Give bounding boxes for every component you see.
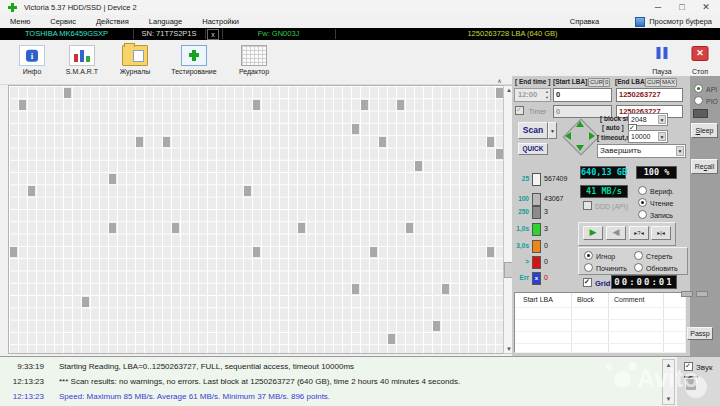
seek-end-button[interactable]: ▸|◂ [651,226,671,240]
log-line: 12:13:23Speed: Maximum 85 MB/s. Average … [0,392,655,401]
mode-write-radio[interactable]: Запись [638,210,673,219]
scanned-block [496,149,503,159]
scroll-down-icon[interactable]: ▼ [663,395,674,403]
legend-count: 3 [544,208,548,215]
end-time-spinner[interactable]: 12:00 ▲▼ [514,88,551,102]
legend-swatch [532,173,541,186]
menu-bar: МенюСервисДействияLanguageНастройки Спра… [0,15,720,28]
legend-swatch [532,206,541,219]
scanned-block [388,334,395,344]
speed-lcd: 41 MB/s [580,185,628,198]
spinner-arrows-icon[interactable]: ▲▼ [545,89,549,101]
ddd-checkbox[interactable]: DDD (API) [583,201,628,210]
step-back-button[interactable]: ◀ [606,226,626,240]
menu-item[interactable]: Language [139,17,192,26]
recall-button[interactable]: Recall [691,159,718,174]
timer-checkbox-box[interactable] [515,106,524,115]
jog-left-icon[interactable] [565,132,571,140]
elapsed-timer-lcd: 00:00:01 [611,275,677,289]
timeout-combo[interactable]: 10000 ▼ [628,130,668,143]
grid-checkbox[interactable]: Grid [583,278,610,288]
scanned-block [352,124,359,134]
legend-swatch [532,193,541,206]
log-text: *** Scan results: no warnings, no errors… [59,377,460,386]
start-lba-input[interactable]: 0 [553,88,612,102]
collapse-panel-button[interactable]: ∧ [493,77,506,85]
window-title: Victoria 5.37 HDD/SSD | Device 2 [24,3,137,12]
end-lba-input[interactable]: 1250263727 [616,88,683,102]
legend-label: 3,0s [514,242,529,249]
menu-item[interactable]: Меню [0,17,40,26]
scan-button[interactable]: Scan [518,122,548,139]
chevron-down-icon[interactable]: ▼ [676,146,684,156]
log-text: Starting Reading, LBA=0..1250263727, FUL… [59,362,354,371]
legend-swatch: x [532,272,541,285]
legend-row: 2503 [514,206,576,218]
menu-item-help[interactable]: Справка [560,17,609,26]
action-repair-radio[interactable]: Починить [584,263,627,272]
sound-checkbox[interactable]: Звук [684,362,712,372]
scanned-block [496,88,503,98]
legend-swatch [532,240,541,253]
green-plus-icon [181,45,207,66]
drive-capacity: 1250263728 LBA (640 GB) [335,28,690,40]
chevron-down-icon[interactable]: ▼ [658,115,666,124]
minimize-button[interactable]: ─ [646,0,670,14]
drive-serial: SN: 71T7S2P1S [133,28,205,40]
action-ignore-radio[interactable]: Игнор [584,251,615,260]
journals-button[interactable]: Журналы [110,42,160,82]
scroll-up-icon[interactable]: ▲ [663,361,674,369]
stop-icon: ✕ [692,46,709,61]
end-lba-max-button[interactable]: MAX [660,78,677,87]
legend-row: 3,0s0 [514,240,576,252]
right-rail: API PIO Sleep Recall Passp [690,76,720,356]
jog-up-icon[interactable] [576,121,584,127]
seek-defect-button[interactable]: ▸?◂ [629,226,649,240]
menu-item-buffer-view[interactable]: Просмотр буфера [649,17,712,26]
editor-button[interactable]: Редактор [228,42,280,82]
scanned-block [253,100,260,110]
capacity-lcd: 640,13 GB [580,166,626,179]
api-radio[interactable]: API [694,84,717,93]
menu-item[interactable]: Сервис [40,17,86,26]
title-bar: Victoria 5.37 HDD/SSD | Device 2 ─ □ ✕ [0,0,720,15]
smart-button[interactable]: S.M.A.R.T [57,42,107,82]
log-scrollbar[interactable]: ▲ ▼ [662,359,675,405]
pio-radio[interactable]: PIO [694,96,718,105]
jog-pad[interactable] [562,118,598,154]
scanned-block [253,247,260,257]
mode-read-radio[interactable]: Чтение [638,198,673,207]
scanned-block [415,161,422,171]
jog-down-icon[interactable] [576,145,584,151]
scanned-block [109,223,116,233]
log-time: 12:13:23 [0,392,44,401]
close-button[interactable]: ✕ [694,0,718,14]
log-line: 9:33:19Starting Reading, LBA=0..12502637… [0,362,655,371]
chevron-down-icon[interactable]: ▼ [658,132,666,141]
grid-editor-icon [241,45,267,66]
legend-row: 1,0s3 [514,223,576,235]
trash-icon[interactable] [686,379,696,390]
start-lba-zero-button[interactable]: 0 [603,78,610,87]
sleep-button[interactable]: Sleep [691,123,718,138]
passport-button[interactable]: Passp [687,327,713,340]
mode-verify-radio[interactable]: Вериф. [638,186,674,195]
menu-item[interactable]: Действия [86,17,139,26]
maximize-button[interactable]: □ [670,0,694,14]
info-button[interactable]: Инфо [10,42,54,82]
legend-label: 25 [514,175,529,182]
on-end-action-combo[interactable]: Завершить ▼ [597,144,686,158]
scanned-block [64,88,71,98]
jog-right-icon[interactable] [589,132,595,140]
action-refresh-radio[interactable]: Обновить [634,263,678,272]
drive-firmware: Fw: GN003J [222,28,335,40]
drive-close-button[interactable]: x [207,29,219,40]
action-erase-radio[interactable]: Стереть [634,251,672,260]
play-button[interactable]: ▶ [583,226,603,240]
testing-button[interactable]: Тестирование [163,42,225,82]
scan-dropdown-button[interactable]: ▼ [548,122,557,139]
menu-item[interactable]: Настройки [192,17,249,26]
quick-button[interactable]: QUICK [518,143,548,155]
legend-label: 1,0s [514,225,529,232]
timer-checkbox[interactable]: Timer [515,106,546,115]
